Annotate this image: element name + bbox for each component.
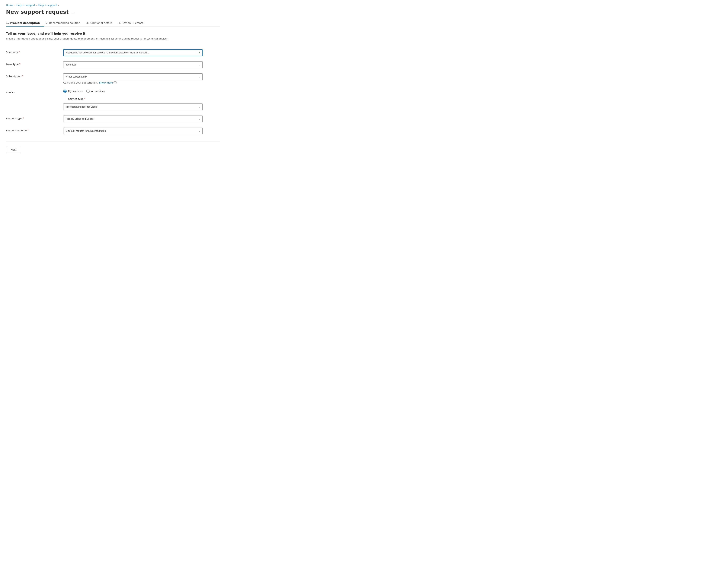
problem-type-label: Problem type *	[6, 116, 59, 120]
my-services-label: My services	[68, 90, 83, 93]
problem-type-control: Pricing, Billing and Usage ⌄	[63, 116, 203, 122]
service-type-label: Service type *	[68, 97, 85, 100]
breadcrumb-sep2: ›	[36, 4, 37, 7]
tab-recommended-solution[interactable]: 2. Recommended solution	[46, 20, 85, 26]
problem-subtype-control: Discount request for MDE integration ⌄	[63, 128, 203, 134]
issue-type-select[interactable]: Technical Billing Quota Subscription man…	[63, 61, 203, 68]
wizard-tabs: 1. Problem description 2. Recommended so…	[6, 20, 220, 27]
problem-subtype-row: Problem subtype * Discount request for M…	[6, 125, 220, 137]
breadcrumb-sep1: ›	[14, 4, 15, 7]
problem-subtype-required: *	[28, 129, 29, 132]
service-indent-line	[65, 96, 65, 102]
summary-required: *	[19, 51, 20, 54]
show-more-link[interactable]: Show more	[99, 81, 113, 84]
support-form: Summary * ✓ Issue type * Technical	[6, 47, 220, 137]
subscription-required: *	[22, 75, 23, 78]
breadcrumb-home[interactable]: Home	[6, 4, 13, 7]
problem-type-select[interactable]: Pricing, Billing and Usage	[63, 116, 203, 122]
info-icon[interactable]: i	[114, 81, 117, 84]
breadcrumb-help-support-2[interactable]: Help + support	[38, 4, 57, 7]
issue-type-control: Technical Billing Quota Subscription man…	[63, 61, 203, 68]
issue-type-row: Issue type * Technical Billing Quota Sub…	[6, 59, 220, 71]
breadcrumb-sep3: ›	[58, 4, 59, 7]
more-options-button[interactable]: ...	[71, 10, 76, 14]
radio-my-services[interactable]: My services	[63, 90, 83, 93]
tab-additional-details[interactable]: 3. Additional details	[86, 20, 117, 26]
tab-review-create[interactable]: 4. Review + create	[118, 20, 148, 26]
service-radio-group: My services All services	[63, 90, 203, 93]
service-label: Service	[6, 90, 59, 94]
issue-type-label: Issue type *	[6, 61, 59, 66]
problem-subtype-label: Problem subtype *	[6, 128, 59, 132]
page-title: New support request	[6, 9, 69, 15]
service-type-required: *	[84, 98, 85, 100]
next-button[interactable]: Next	[6, 146, 21, 153]
my-services-radio[interactable]	[63, 90, 67, 93]
breadcrumb-help-support-1[interactable]: Help + support	[17, 4, 35, 7]
summary-input[interactable]	[63, 49, 203, 56]
all-services-radio[interactable]	[86, 90, 90, 93]
breadcrumb: Home › Help + support › Help + support ›	[6, 4, 220, 7]
service-row: Service My services All services	[6, 87, 220, 113]
summary-checkmark-icon: ✓	[198, 51, 201, 54]
summary-label: Summary *	[6, 49, 59, 54]
subscription-control: <Your subscription> ⌄ Can't find your su…	[63, 73, 203, 84]
service-type-select-wrapper: Microsoft Defender for Cloud ⌄	[63, 103, 203, 110]
subscription-label: Subscription *	[6, 73, 59, 78]
radio-all-services[interactable]: All services	[86, 90, 105, 93]
service-control: My services All services Service type *	[63, 90, 203, 110]
section-heading: Tell us your issue, and we'll help you r…	[6, 32, 220, 35]
problem-subtype-select[interactable]: Discount request for MDE integration	[63, 128, 203, 134]
section-description: Provide information about your billing, …	[6, 37, 220, 41]
problem-type-row: Problem type * Pricing, Billing and Usag…	[6, 113, 220, 125]
summary-row: Summary * ✓	[6, 47, 220, 59]
subscription-row: Subscription * <Your subscription> ⌄ Can…	[6, 71, 220, 87]
service-type-select[interactable]: Microsoft Defender for Cloud	[63, 103, 203, 110]
summary-control: ✓	[63, 49, 203, 56]
tab-problem-description[interactable]: 1. Problem description	[6, 20, 44, 26]
subscription-select[interactable]: <Your subscription>	[63, 73, 203, 80]
subscription-helper: Can't find your subscription? Show more …	[63, 81, 203, 84]
issue-type-required: *	[20, 63, 21, 65]
all-services-label: All services	[91, 90, 105, 93]
problem-type-required: *	[23, 117, 24, 120]
